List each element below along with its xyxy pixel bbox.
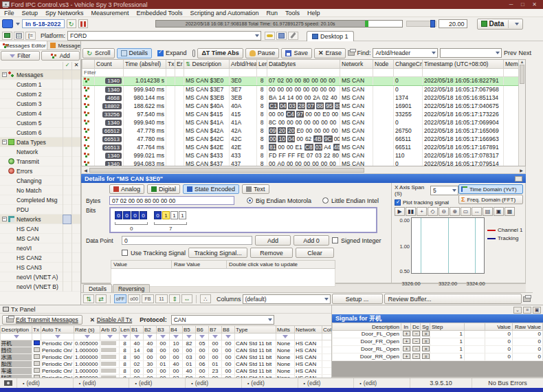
tree-check-cell[interactable] (71, 224, 80, 234)
signal-step[interactable]: 1 (430, 338, 465, 346)
pause-button[interactable]: Pause (245, 48, 280, 58)
tree-check-cell[interactable] (71, 128, 80, 138)
tx-column-header[interactable]: Type (235, 326, 276, 334)
edit-slot[interactable]: (edit) (129, 378, 185, 388)
horizontal-scrollbar[interactable]: ◀ ▶ (81, 166, 526, 174)
tab-reversing[interactable]: Reversing (113, 284, 150, 292)
tx-column-header[interactable]: Rate (s) (74, 326, 100, 334)
message-row[interactable]: 66513 47.764 ms MS CAN $42E 42E 8 810000… (82, 144, 525, 152)
tree-check-cell[interactable] (63, 80, 71, 89)
filter-cell[interactable] (120, 334, 131, 340)
scale-icon[interactable]: ⇔ (181, 294, 192, 303)
signal-row[interactable]: Door_RL_Open + − ≡ 1 0 0 (333, 346, 543, 353)
tx-row[interactable]: 车速 Periodic On/ 1.000000 8 00 00 00 00 4… (1, 368, 332, 375)
signal-step[interactable]: 1 (430, 331, 465, 338)
increment-button[interactable]: + (403, 331, 410, 336)
network-view-icon[interactable]: ⇅ (83, 294, 94, 303)
edit-slot[interactable]: (edit) (185, 378, 241, 388)
tx-column-header[interactable]: Network (295, 326, 322, 334)
add-button[interactable]: Add (41, 51, 80, 61)
tree-check-cell[interactable] (63, 253, 71, 263)
signal-step[interactable]: 1 (430, 346, 465, 353)
column-header[interactable]: ChangeCnt (394, 60, 423, 68)
filter-cell[interactable] (157, 334, 170, 340)
signals-column-header[interactable]: Description (333, 323, 401, 331)
tree-check-cell[interactable] (71, 99, 80, 109)
mode-button[interactable]: Digital (147, 184, 180, 194)
sidebar-tree-row[interactable]: Completed Msg (0, 195, 80, 205)
column-header[interactable]: Tx (166, 60, 175, 68)
sidebar-tree-row[interactable]: Errors (0, 166, 80, 176)
tree-check-cell[interactable] (71, 118, 80, 128)
paperclip-icon[interactable] (192, 50, 196, 57)
filter-cell[interactable] (276, 334, 295, 340)
bit-cell[interactable]: 0 (131, 211, 139, 219)
bit-cell[interactable]: 1 (179, 211, 186, 219)
export-icon[interactable] (523, 296, 531, 302)
set-button[interactable]: ≡ (422, 338, 430, 344)
column-header-icon[interactable] (82, 60, 95, 68)
tree-check-cell[interactable] (71, 205, 80, 215)
monitor-icon[interactable] (2, 32, 12, 40)
remove-button[interactable]: Remove (250, 248, 293, 258)
tree-check-cell[interactable] (63, 215, 71, 224)
tree-check-cell[interactable] (63, 224, 71, 234)
tree-check-cell[interactable] (63, 128, 71, 138)
key-icon[interactable] (265, 32, 275, 40)
bit-cell[interactable]: 1 (162, 211, 170, 219)
plot-toolbar-button[interactable]: ⊖ (439, 207, 449, 216)
layers-icon[interactable] (276, 32, 287, 40)
find-next-button[interactable]: Next (519, 50, 532, 56)
set-button[interactable]: ≡ (422, 353, 430, 359)
tx-row[interactable]: 水温 Periodic On/ 1.000000 8 90 00 00 00 0… (1, 354, 332, 361)
tree-check-cell[interactable] (63, 263, 71, 272)
menu-item[interactable]: Tools (285, 10, 300, 17)
tx-column-header[interactable]: B7 (209, 326, 222, 334)
expand-button[interactable]: Expand (154, 48, 190, 58)
increment-button[interactable]: + (403, 346, 410, 351)
edit-slot[interactable]: (edit) (16, 378, 73, 388)
network-view-icon[interactable]: ⇄ (96, 294, 107, 303)
wrench-icon[interactable] (288, 32, 298, 40)
tx-cell-enable[interactable] (32, 368, 41, 375)
signal-step[interactable]: 1 (430, 353, 465, 361)
set-button[interactable]: ≡ (422, 346, 430, 351)
dot-tree-icon[interactable]: ∴ (200, 294, 211, 303)
tree-check-cell[interactable] (71, 176, 80, 186)
grid-view-icon[interactable] (14, 32, 24, 40)
tx-column-header[interactable]: B8 (222, 326, 235, 334)
find-prev-button[interactable]: Prev (504, 50, 517, 56)
mode-dropdown-icon[interactable] (16, 23, 20, 28)
tree-check-cell[interactable] (63, 186, 71, 195)
time-abs-button[interactable]: ΔT Time Abs (197, 48, 243, 58)
expand-toggle-icon[interactable] (2, 217, 7, 221)
sidebar-tree-row[interactable]: Network (0, 147, 80, 157)
filter-row[interactable]: Filter (82, 68, 525, 76)
menu-item[interactable]: File (4, 10, 14, 17)
message-row[interactable]: 1340 999.021 ms MS CAN $433 433 8 FDFFFF… (82, 152, 525, 160)
sidebar-tree-row[interactable]: neoVI (VNET A) (0, 272, 80, 282)
data-button[interactable]: Data (477, 19, 524, 30)
scale-icon[interactable]: ⇕ (169, 294, 180, 303)
plot-toolbar-button[interactable]: ▣ (494, 207, 504, 216)
tree-check-cell[interactable] (71, 80, 80, 89)
expand-toggle-icon[interactable] (2, 72, 7, 77)
tree-check-cell[interactable] (71, 157, 80, 166)
filter-button[interactable]: Filter (1, 51, 40, 61)
tab-details[interactable]: Details (83, 284, 112, 292)
decrement-button[interactable]: − (412, 346, 420, 351)
column-header[interactable]: Er (175, 60, 184, 68)
capture-icon[interactable] (2, 1, 10, 7)
signed-integer-checkbox[interactable] (332, 237, 338, 243)
signal-row[interactable]: Door_FR_Open + − ≡ 1 0 0 (333, 338, 543, 346)
scrollbar-thumb[interactable] (89, 168, 364, 173)
message-row[interactable]: 33256 97.540 ms MS CAN $415 415 8 0000C4… (82, 111, 525, 119)
filter-cell[interactable] (196, 334, 209, 340)
logging-mode-icon[interactable] (2, 19, 13, 28)
tree-check-cell[interactable] (63, 89, 71, 99)
protocol-select[interactable]: CAN (171, 315, 274, 325)
filter-cell[interactable] (41, 334, 74, 340)
speed-slider[interactable] (406, 21, 436, 27)
sidebar-tree-row[interactable]: HS CAN (0, 224, 80, 234)
tree-check-cell[interactable] (63, 166, 71, 176)
